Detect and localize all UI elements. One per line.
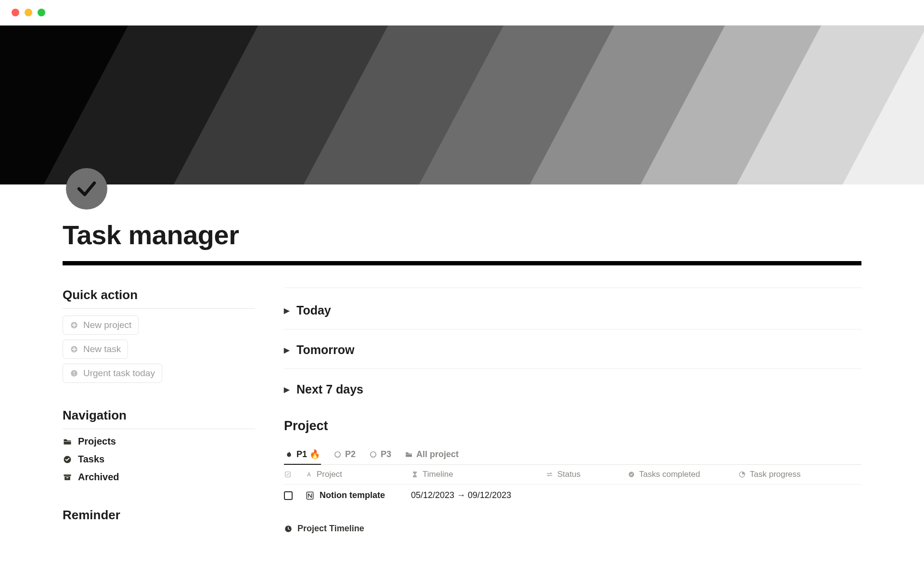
tab-all-project[interactable]: All project xyxy=(404,446,460,464)
svg-rect-7 xyxy=(64,476,70,480)
page-icon-check[interactable] xyxy=(66,168,107,210)
project-timeline-label: Project Timeline xyxy=(297,524,364,534)
tab-label: P3 xyxy=(381,449,391,460)
text-icon xyxy=(305,471,313,478)
caret-right-icon: ▶ xyxy=(284,346,290,355)
toggle-label: Today xyxy=(296,303,331,317)
page-title[interactable]: Task manager xyxy=(63,219,861,250)
row-timeline: 05/12/2023 → 09/12/2023 xyxy=(411,490,511,500)
svg-rect-8 xyxy=(66,477,68,478)
tab-p3[interactable]: P3 xyxy=(368,446,392,464)
col-tasks-completed: Tasks completed xyxy=(639,470,700,479)
tab-label: P1 🔥 xyxy=(296,449,320,460)
nav-label: Archived xyxy=(78,472,119,483)
urgent-task-button[interactable]: Urgent task today xyxy=(63,364,162,383)
nav-archived[interactable]: Archived xyxy=(63,472,255,483)
toggle-label: Tomorrow xyxy=(296,343,354,357)
folder-icon xyxy=(63,437,72,447)
svg-rect-3 xyxy=(74,371,75,374)
circle-icon xyxy=(334,450,342,459)
divider xyxy=(63,308,255,309)
table-row[interactable]: Notion template 05/12/2023 → 09/12/2023 xyxy=(284,485,861,506)
page-cover xyxy=(0,26,924,184)
check-circle-icon xyxy=(63,455,72,464)
window-titlebar xyxy=(0,0,924,26)
col-task-progress: Task progress xyxy=(750,470,801,479)
svg-point-10 xyxy=(371,451,376,457)
progress-icon xyxy=(738,471,746,478)
new-project-button[interactable]: New project xyxy=(63,315,139,335)
nav-label: Projects xyxy=(78,436,116,447)
circle-icon xyxy=(369,450,377,459)
tab-label: P2 xyxy=(345,449,356,460)
project-timeline-link[interactable]: Project Timeline xyxy=(284,524,861,534)
close-window-button[interactable] xyxy=(12,9,19,16)
col-project: Project xyxy=(317,470,342,479)
caret-right-icon: ▶ xyxy=(284,306,290,315)
project-heading: Project xyxy=(284,419,861,434)
maximize-window-button[interactable] xyxy=(38,9,45,16)
reminder-heading: Reminder xyxy=(63,508,255,523)
toggle-tomorrow[interactable]: ▶ Tomorrow xyxy=(284,340,861,360)
alert-circle-icon xyxy=(70,369,78,378)
swap-icon xyxy=(546,471,553,478)
toggle-next-7-days[interactable]: ▶ Next 7 days xyxy=(284,380,861,399)
toggle-label: Next 7 days xyxy=(296,382,363,396)
divider xyxy=(284,329,861,329)
notion-page-icon xyxy=(305,491,315,500)
clock-icon xyxy=(284,525,293,533)
nav-label: Tasks xyxy=(78,454,104,465)
checkbox-header-icon xyxy=(284,471,292,478)
nav-tasks[interactable]: Tasks xyxy=(63,454,255,465)
project-tabs: P1 🔥 P2 P3 xyxy=(284,445,861,465)
divider xyxy=(284,288,861,288)
divider-thick xyxy=(63,261,861,265)
check-icon xyxy=(75,177,98,200)
archive-icon xyxy=(63,473,72,482)
button-label: Urgent task today xyxy=(83,368,155,379)
divider xyxy=(284,368,861,369)
nav-projects[interactable]: Projects xyxy=(63,436,255,447)
col-status: Status xyxy=(557,470,580,479)
folder-icon xyxy=(405,450,413,459)
tab-label: All project xyxy=(416,449,459,460)
new-task-button[interactable]: New task xyxy=(63,340,128,359)
tab-p1[interactable]: P1 🔥 xyxy=(284,445,321,464)
row-project-name: Notion template xyxy=(320,490,385,500)
divider xyxy=(63,429,255,429)
plus-circle-icon xyxy=(70,345,78,354)
svg-point-9 xyxy=(335,451,340,457)
button-label: New project xyxy=(83,320,131,330)
flame-icon xyxy=(285,450,293,459)
tab-p2[interactable]: P2 xyxy=(333,446,357,464)
caret-right-icon: ▶ xyxy=(284,385,290,394)
row-checkbox[interactable] xyxy=(284,491,293,500)
navigation-heading: Navigation xyxy=(63,408,255,423)
plus-circle-icon xyxy=(70,321,78,329)
table-header: Project Timeline Status xyxy=(284,465,861,485)
toggle-today[interactable]: ▶ Today xyxy=(284,301,861,320)
minimize-window-button[interactable] xyxy=(25,9,32,16)
button-label: New task xyxy=(83,344,121,355)
col-timeline: Timeline xyxy=(423,470,453,479)
check-circle-icon xyxy=(628,471,635,478)
quick-action-heading: Quick action xyxy=(63,288,255,302)
svg-point-4 xyxy=(74,374,75,375)
svg-rect-6 xyxy=(64,474,71,476)
hourglass-icon xyxy=(411,471,419,478)
